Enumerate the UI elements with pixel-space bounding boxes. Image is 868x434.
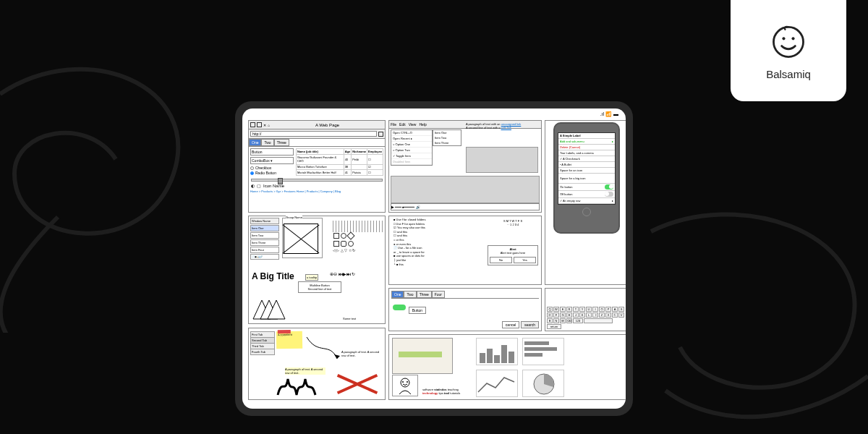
phone-row[interactable]: Two Labels, and a comma <box>558 150 615 156</box>
widgets-panel: Window Name Item One Item Two Item Three… <box>248 216 386 324</box>
image-placeholder <box>284 224 318 254</box>
svg-point-1 <box>782 37 785 40</box>
combobox[interactable]: ComboBox ▾ <box>250 157 294 164</box>
menu-edit[interactable]: Edit <box>399 122 406 127</box>
bar-chart <box>522 338 564 365</box>
toggle-on[interactable] <box>393 305 406 310</box>
submenu: Item One Item Two Item Three <box>433 129 461 146</box>
phone-row[interactable]: Space for a big icon <box>558 174 615 184</box>
go-icon[interactable] <box>378 132 383 137</box>
yes-button[interactable]: Yes <box>514 257 536 263</box>
shape[interactable] <box>333 241 339 247</box>
svg-point-9 <box>407 381 408 383</box>
keyboard-panel: QWERTYUIOP ASDFGHJKL ⇧ZXCVBNM⌫ 123return <box>545 288 626 331</box>
square-icon[interactable]: ▢ <box>257 183 261 188</box>
no-button[interactable]: No <box>490 257 512 263</box>
phone-row[interactable]: Delete (Cannot) <box>558 145 615 150</box>
smiley-icon <box>768 22 809 62</box>
line-chart <box>476 370 518 397</box>
logo-label: Balsamiq <box>766 68 811 80</box>
phone-row-switch[interactable]: Off button <box>558 191 615 198</box>
menu-file[interactable]: File <box>391 122 396 127</box>
tab-one[interactable]: One <box>249 139 261 146</box>
paragraph-text: A paragraph of text with an unassigned l… <box>466 122 538 129</box>
balsamiq-logo-card: Balsamiq <box>731 0 846 101</box>
tab-two[interactable]: Two <box>261 139 273 146</box>
phone-row[interactable]: ✓ An empty row▸ <box>558 198 615 204</box>
button[interactable]: Button <box>250 148 294 156</box>
phone-screen: A Simple Label Add and sub-menu▸ Delete … <box>558 132 616 205</box>
video-placeholder <box>391 176 540 203</box>
tablet-screen: .ıl 📶 ▬ ✕ ⌂ A Web Page http:// One Two T… <box>242 109 626 409</box>
url-input[interactable]: http:// <box>250 131 377 137</box>
tree-panel: ■ Use f for closed folders □ Use F for o… <box>388 216 542 285</box>
controls-panel: One Two Three Four Button cancel search <box>388 288 542 331</box>
svg-point-0 <box>773 27 803 56</box>
checkbox[interactable] <box>250 166 254 170</box>
list-item[interactable]: Item One <box>250 225 279 231</box>
spacebar[interactable] <box>584 318 613 323</box>
status-bar: .ıl 📶 ▬ <box>600 111 618 117</box>
media-controls[interactable]: ▶ ━━━●━━━━━ 🔊 <box>391 203 540 210</box>
radio[interactable] <box>250 171 254 175</box>
tabs: One Two Three <box>249 139 385 147</box>
scribble-icon <box>276 375 320 396</box>
shape-diamond[interactable] <box>346 231 354 239</box>
switch-off-icon <box>605 192 613 197</box>
phone-title: A Simple Label <box>558 133 615 139</box>
slider[interactable] <box>251 179 383 182</box>
home-icon[interactable]: ⌂ <box>268 123 270 127</box>
list-item[interactable]: Item Three <box>250 239 279 246</box>
menu-mockup-panel: File Edit View Help Open CTRL+O Open Rec… <box>388 120 542 213</box>
svg-marker-6 <box>334 354 340 359</box>
side-tabs: First Tab Second Tab Third Tab Fourth Ta… <box>250 331 275 354</box>
invert-icon[interactable]: ◐ <box>251 183 255 188</box>
sticky-note[interactable]: A comment <box>276 331 302 349</box>
big-title: A Big Title <box>252 271 294 281</box>
shape[interactable] <box>341 241 346 247</box>
menu-help[interactable]: Help <box>419 122 426 127</box>
map-widget[interactable] <box>392 338 453 374</box>
page-title: A Web Page <box>271 123 383 127</box>
tab-three[interactable]: Three <box>274 139 289 146</box>
switch-on-icon <box>605 184 613 190</box>
close-icon[interactable]: ✕ <box>263 123 266 127</box>
button[interactable]: Button <box>409 307 426 314</box>
phone-device: A Simple Label Add and sub-menu▸ Delete … <box>553 122 620 234</box>
phone-row[interactable]: Space for an icon <box>558 168 615 174</box>
back-icon[interactable] <box>250 122 255 127</box>
tooltip: a tooltip <box>305 274 318 281</box>
fwd-icon[interactable] <box>257 122 262 127</box>
phone-row[interactable]: Add and sub-menu▸ <box>558 139 615 145</box>
placeholder-box <box>466 147 538 173</box>
dropdown-menu: Open CTRL+O Open Recent ▸ ○ Option One ○… <box>391 129 433 166</box>
phone-row-switch[interactable]: On button <box>558 184 615 191</box>
multiline-button[interactable]: Multiline ButtonSecond line of text <box>298 281 341 293</box>
calendar[interactable]: S M T W T F S · · 1 2 3 4 <box>488 219 538 226</box>
annotation-panel: First Tab Second Tab Third Tab Fourth Ta… <box>248 328 386 400</box>
svg-point-2 <box>791 37 794 40</box>
svg-point-8 <box>402 381 404 383</box>
shape[interactable] <box>348 241 354 247</box>
breadcrumb[interactable]: Home > Products > Xyz > Features Home | … <box>249 188 385 195</box>
pie-chart <box>522 370 564 397</box>
browser-mockup-panel: ✕ ⌂ A Web Page http:// One Two Three But… <box>248 120 386 213</box>
shape-square[interactable] <box>333 233 339 239</box>
list-widget: Window Name Item One Item Two Item Three… <box>250 218 279 260</box>
shapes-palette: ◁ ▷ △ ▽ ☆ ↻ <box>333 221 383 252</box>
menu-view[interactable]: View <box>409 122 417 127</box>
virtual-keyboard: QWERTYUIOP ASDFGHJKL ⇧ZXCVBNM⌫ 123return <box>547 307 626 329</box>
phone-panel: A Simple Label Add and sub-menu▸ Delete … <box>545 120 626 285</box>
phone-row[interactable]: ✓ A Checkmark <box>558 156 615 162</box>
shape-circle[interactable] <box>341 233 346 239</box>
svg-point-7 <box>401 378 409 387</box>
phone-row[interactable]: • A Bullet <box>558 162 615 168</box>
tag-cloud: software statistics teaching technology … <box>422 388 466 395</box>
avatar-placeholder <box>392 375 418 396</box>
alert-dialog: Alert Alert text goes here NoYes <box>488 245 538 265</box>
list-item[interactable]: Item Four <box>250 247 279 253</box>
charts-panel: software statistics teaching technology … <box>388 334 626 400</box>
home-button[interactable] <box>582 208 591 216</box>
list-item[interactable]: Item Two <box>250 232 279 239</box>
tablet-device: .ıl 📶 ▬ ✕ ⌂ A Web Page http:// One Two T… <box>235 101 633 416</box>
